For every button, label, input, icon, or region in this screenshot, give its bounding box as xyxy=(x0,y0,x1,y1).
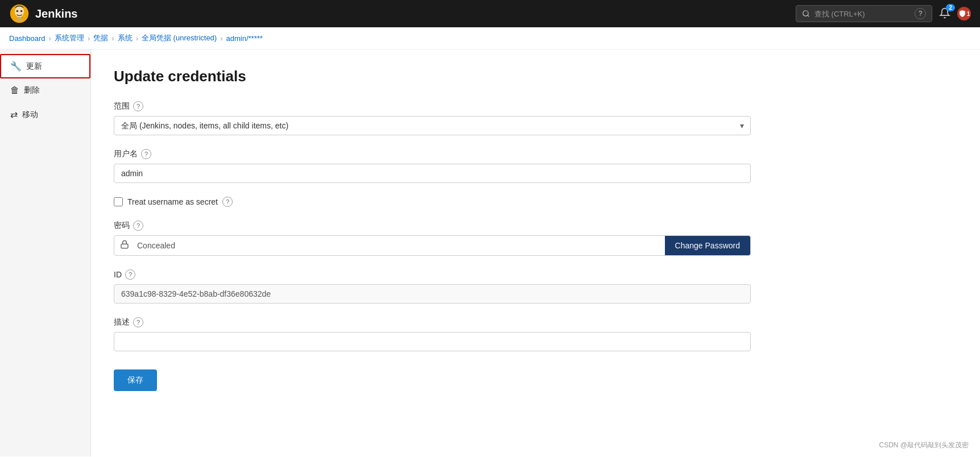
svg-point-2 xyxy=(16,10,19,13)
username-label-text: 用户名 xyxy=(114,149,138,159)
shield-icon xyxy=(958,10,966,18)
breadcrumb-sep-3: › xyxy=(111,34,114,43)
wrench-icon: 🔧 xyxy=(10,61,22,72)
description-input[interactable] xyxy=(114,332,751,351)
username-help-button[interactable]: ? xyxy=(141,149,151,159)
svg-rect-4 xyxy=(16,18,23,20)
password-field-wrapper: Concealed Change Password xyxy=(114,235,751,256)
scope-select[interactable]: 全局 (Jenkins, nodes, items, all child ite… xyxy=(114,116,751,135)
scope-help-button[interactable]: ? xyxy=(133,101,143,111)
header-left: Jenkins xyxy=(9,3,77,24)
password-concealed-text: Concealed xyxy=(135,236,665,255)
id-input[interactable] xyxy=(114,284,751,304)
description-label-text: 描述 xyxy=(114,317,130,327)
save-button[interactable]: 保存 xyxy=(114,369,157,391)
breadcrumb-admin[interactable]: admin/***** xyxy=(226,34,263,43)
description-help-button[interactable]: ? xyxy=(133,317,143,327)
sidebar: 🔧 更新 🗑 删除 ⇄ 移动 xyxy=(0,49,91,456)
scope-label-row: 范围 ? xyxy=(114,101,751,111)
sidebar-item-update-label: 更新 xyxy=(26,61,42,72)
security-count: 1 xyxy=(967,11,970,17)
scope-select-wrapper: 全局 (Jenkins, nodes, items, all child ite… xyxy=(114,116,751,135)
page-title: Update credentials xyxy=(114,68,751,85)
search-help-icon[interactable]: ? xyxy=(915,8,926,19)
main-content: Update credentials 范围 ? 全局 (Jenkins, nod… xyxy=(91,49,774,456)
sidebar-item-update[interactable]: 🔧 更新 xyxy=(0,54,90,78)
id-help-button[interactable]: ? xyxy=(125,269,135,280)
sidebar-item-move[interactable]: ⇄ 移动 xyxy=(0,102,90,127)
security-badge[interactable]: 1 xyxy=(957,7,971,20)
id-group: ID ? xyxy=(114,269,751,304)
jenkins-logo-icon xyxy=(9,3,30,24)
header-right: ? 2 1 xyxy=(796,5,971,22)
password-label-row: 密码 ? xyxy=(114,221,751,231)
app-title: Jenkins xyxy=(35,7,77,20)
username-input[interactable] xyxy=(114,164,751,183)
lock-icon xyxy=(114,240,135,251)
breadcrumb-sep-4: › xyxy=(136,34,138,43)
id-label-row: ID ? xyxy=(114,269,751,280)
search-icon xyxy=(802,10,810,18)
notification-badge: 2 xyxy=(946,4,955,11)
sidebar-item-delete[interactable]: 🗑 删除 xyxy=(0,78,90,102)
svg-point-3 xyxy=(20,10,23,13)
svg-rect-7 xyxy=(121,244,128,248)
password-help-button[interactable]: ? xyxy=(133,221,143,231)
move-icon: ⇄ xyxy=(10,109,18,120)
notification-bell[interactable]: 2 xyxy=(939,7,950,20)
search-bar[interactable]: ? xyxy=(796,5,932,22)
sidebar-item-move-label: 移动 xyxy=(22,110,38,120)
password-group: 密码 ? Concealed Change Password xyxy=(114,221,751,256)
breadcrumb-system[interactable]: 系统 xyxy=(118,33,133,43)
breadcrumb-global-credentials[interactable]: 全局凭据 (unrestricted) xyxy=(142,33,217,43)
scope-group: 范围 ? 全局 (Jenkins, nodes, items, all chil… xyxy=(114,101,751,135)
treat-username-group: Treat username as secret ? xyxy=(114,197,751,207)
main-layout: 🔧 更新 🗑 删除 ⇄ 移动 Update credentials 范围 ? 全… xyxy=(0,49,980,456)
username-label-row: 用户名 ? xyxy=(114,149,751,159)
breadcrumb-dashboard[interactable]: Dashboard xyxy=(9,34,46,43)
breadcrumb-system-manage[interactable]: 系统管理 xyxy=(55,33,84,43)
svg-line-6 xyxy=(808,15,809,17)
footer-watermark: CSDN @敲代码敲到头发茂密 xyxy=(879,441,969,450)
id-label-text: ID xyxy=(114,270,122,279)
treat-username-label: Treat username as secret xyxy=(127,197,218,206)
breadcrumb: Dashboard › 系统管理 › 凭据 › 系统 › 全局凭据 (unres… xyxy=(0,27,980,49)
treat-username-help-button[interactable]: ? xyxy=(222,197,233,207)
description-group: 描述 ? xyxy=(114,317,751,351)
breadcrumb-sep-5: › xyxy=(220,34,222,43)
svg-point-5 xyxy=(803,11,808,16)
treat-username-checkbox[interactable] xyxy=(114,197,123,206)
change-password-button[interactable]: Change Password xyxy=(665,236,750,255)
breadcrumb-sep-1: › xyxy=(49,34,51,43)
breadcrumb-credentials[interactable]: 凭据 xyxy=(93,33,108,43)
trash-icon: 🗑 xyxy=(10,85,19,95)
description-label-row: 描述 ? xyxy=(114,317,751,327)
header: Jenkins ? 2 1 xyxy=(0,0,980,27)
search-input[interactable] xyxy=(814,10,910,18)
scope-label-text: 范围 xyxy=(114,101,130,111)
breadcrumb-sep-2: › xyxy=(88,34,90,43)
username-group: 用户名 ? xyxy=(114,149,751,183)
treat-username-row: Treat username as secret ? xyxy=(114,197,751,207)
sidebar-item-delete-label: 删除 xyxy=(24,85,40,95)
password-label-text: 密码 xyxy=(114,221,130,231)
